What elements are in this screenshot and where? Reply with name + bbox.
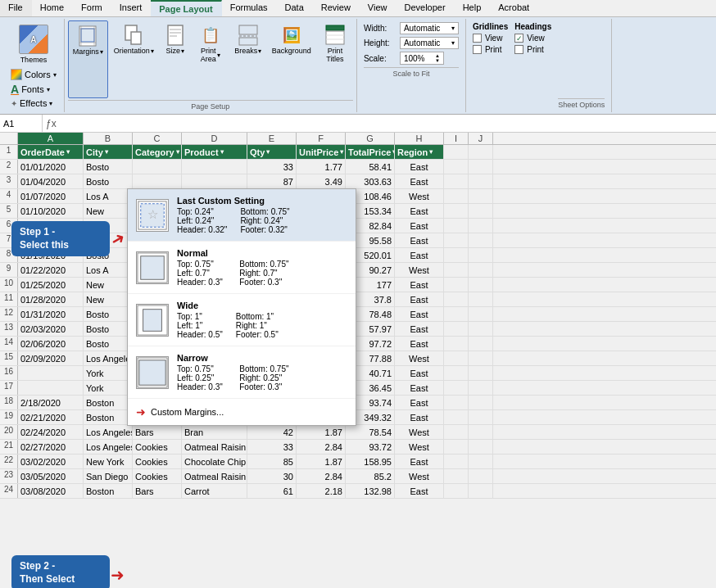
table-row: 23 03/05/2020 San Diego Cookies Oatmeal … <box>0 469 716 484</box>
col-header-e[interactable]: E <box>247 133 297 144</box>
print-titles-label: PrintTitles <box>326 47 343 63</box>
fonts-label: Fonts <box>21 84 44 94</box>
cell-h1[interactable]: Region▾ <box>395 145 444 159</box>
headings-print-checkbox[interactable] <box>514 45 523 54</box>
fonts-button[interactable]: A Fonts ▾ <box>8 82 59 97</box>
width-select[interactable]: Automatic▾ <box>400 22 459 34</box>
width-label: Width: <box>364 24 397 33</box>
table-row: 11 01/28/2020 New 28 1.35 37.8 East <box>0 292 716 307</box>
headings-view-row: ✓ View <box>514 34 551 43</box>
size-label: Size▾ <box>166 47 185 55</box>
col-header-a[interactable]: A <box>18 133 84 144</box>
name-box[interactable]: A1 <box>0 115 43 132</box>
tab-view[interactable]: View <box>360 0 397 16</box>
headings-section: Headings ✓ View Print <box>514 22 551 109</box>
table-row: 19 02/21/2020 Boston Cookies Oatmeal Rai… <box>0 410 716 425</box>
margin-narrow[interactable]: Narrow Top: 0.75" Bottom: 0.75" Left: 0.… <box>128 346 356 399</box>
custom-margins-button[interactable]: ➜ Custom Margins... <box>128 399 356 425</box>
sheet-options-label: Sheet Options <box>558 98 605 109</box>
svg-rect-8 <box>168 25 183 45</box>
scale-input-container[interactable]: 100% ▲ ▼ <box>400 52 444 65</box>
size-button[interactable]: Size▾ <box>160 20 191 98</box>
margin-info-narrow: Narrow Top: 0.75" Bottom: 0.75" Left: 0.… <box>177 353 289 391</box>
breaks-button[interactable]: Breaks▾ <box>230 20 266 98</box>
table-row: 16 York Bars Carrot 23 1.77 40.71 East <box>0 366 716 381</box>
col-header-j[interactable]: J <box>469 133 493 144</box>
custom-margins-label: Custom Margins... <box>151 407 224 417</box>
margin-last-custom[interactable]: ☆ Last Custom Setting Top: 0.24" Bottom:… <box>128 189 356 242</box>
function-icon[interactable]: ƒx <box>43 118 60 129</box>
margins-label: Margins ▾ <box>73 47 103 56</box>
svg-rect-1 <box>81 29 94 42</box>
margin-normal[interactable]: Normal Top: 0.75" Bottom: 0.75" Left: 0.… <box>128 242 356 294</box>
cell-b1[interactable]: City▾ <box>84 145 133 159</box>
effects-button[interactable]: ✦ Effects ▾ <box>8 97 59 109</box>
headings-header: Headings <box>514 22 551 31</box>
col-header-b[interactable]: B <box>84 133 133 144</box>
orientation-button[interactable]: Orientation▾ <box>110 20 158 98</box>
margins-button[interactable]: Margins ▾ <box>68 20 108 98</box>
cell-g1[interactable]: TotalPrice▾ <box>346 145 395 159</box>
col-header-g[interactable]: G <box>346 133 395 144</box>
print-area-button[interactable]: 📋 PrintArea▾ <box>193 20 229 98</box>
cell-f1[interactable]: UnitPrice▾ <box>297 145 346 159</box>
effects-label: Effects <box>20 98 47 108</box>
grid-body: 1 OrderDate▾ City▾ Category▾ Product▾ Qt… <box>0 145 716 588</box>
colors-arrow: ▾ <box>53 71 57 79</box>
background-button[interactable]: 🖼️ Background <box>268 20 315 98</box>
formula-input[interactable] <box>60 117 716 130</box>
tab-page-layout[interactable]: Page Layout <box>151 0 221 16</box>
tab-formulas[interactable]: Formulas <box>222 0 277 16</box>
cell-e1[interactable]: Qty▾ <box>247 145 297 159</box>
tab-data[interactable]: Data <box>277 0 313 16</box>
cell-c1[interactable]: Category▾ <box>133 145 182 159</box>
print-titles-button[interactable]: PrintTitles <box>317 20 353 98</box>
tab-insert[interactable]: Insert <box>111 0 152 16</box>
page-setup-group: Margins ▾ Orientation▾ <box>65 19 357 112</box>
ribbon-tabs: File Home Form Insert Page Layout Formul… <box>0 0 716 17</box>
themes-group: A Themes Colors ▾ A Fonts ▾ <box>3 19 65 112</box>
headings-view-checkbox[interactable]: ✓ <box>514 34 523 43</box>
scale-to-fit-group: Width: Automatic▾ Height: Automatic▾ <box>357 19 466 112</box>
svg-rect-12 <box>239 25 257 34</box>
gridlines-view-row: View <box>473 34 508 43</box>
background-label: Background <box>272 47 311 55</box>
cell-a1[interactable]: OrderDate▾ <box>18 145 84 159</box>
row-num-header <box>0 133 18 144</box>
tab-form[interactable]: Form <box>73 0 111 16</box>
col-header-i[interactable]: I <box>444 133 469 144</box>
headings-print-row: Print <box>514 45 551 54</box>
tab-help[interactable]: Help <box>455 0 491 16</box>
tab-developer[interactable]: Developer <box>397 0 455 16</box>
col-header-f[interactable]: F <box>297 133 346 144</box>
colors-button[interactable]: Colors ▾ <box>8 68 59 81</box>
margin-preview-last-custom: ☆ <box>136 199 169 232</box>
themes-button[interactable]: A Themes <box>14 22 53 66</box>
margin-wide[interactable]: Wide Top: 1" Bottom: 1" Left: 1" Right: … <box>128 294 356 346</box>
main-container: File Home Form Insert Page Layout Formul… <box>0 0 716 588</box>
height-select[interactable]: Automatic▾ <box>400 37 459 49</box>
tab-review[interactable]: Review <box>313 0 360 16</box>
svg-rect-25 <box>143 309 162 331</box>
spreadsheet: A B C D E F G H I J 1 OrderDate▾ City▾ C… <box>0 133 716 588</box>
tab-home[interactable]: Home <box>32 0 73 16</box>
cell-d1[interactable]: Product▾ <box>182 145 247 159</box>
tab-file[interactable]: File <box>0 0 32 16</box>
effects-arrow: ▾ <box>49 100 52 107</box>
tab-acrobat[interactable]: Acrobat <box>490 0 538 16</box>
margin-info-wide: Wide Top: 1" Bottom: 1" Left: 1" Right: … <box>177 301 282 339</box>
col-header-h[interactable]: H <box>395 133 444 144</box>
col-header-d[interactable]: D <box>182 133 247 144</box>
gridlines-print-checkbox[interactable] <box>473 45 482 54</box>
col-header-c[interactable]: C <box>133 133 182 144</box>
table-row: 5 01/10/2020 New 82 1.87 153.34 East <box>0 204 716 219</box>
gridlines-view-checkbox[interactable] <box>473 34 482 43</box>
svg-rect-27 <box>139 360 165 384</box>
step1-bubble: Step 1 -Select this <box>11 221 110 256</box>
scale-label: Scale: <box>364 54 397 63</box>
table-row: 2 01/01/2020 Bosto 33 1.77 58.41 East <box>0 160 716 174</box>
table-row: 13 02/03/2020 Bosto 31 1.87 57.97 East <box>0 322 716 337</box>
margin-preview-wide <box>136 304 169 337</box>
table-row: 10 01/25/2020 New 100 1.77 177 East <box>0 278 716 292</box>
height-row: Height: Automatic▾ <box>364 37 459 49</box>
